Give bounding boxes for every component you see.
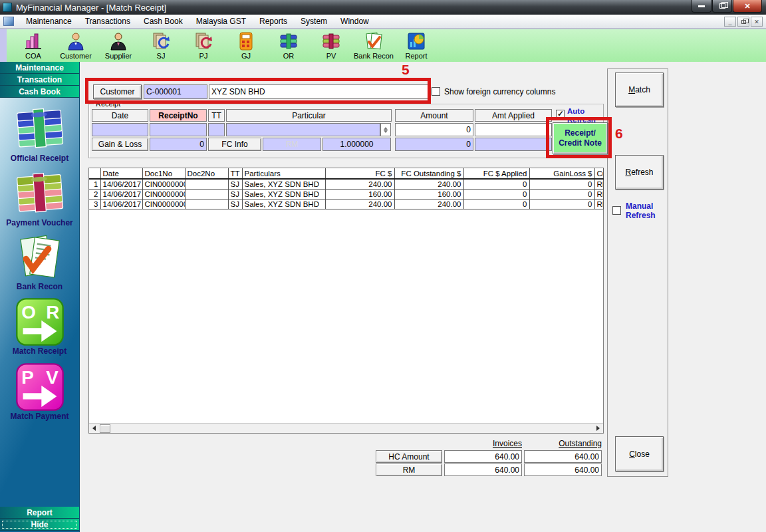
show-fc-checkbox[interactable] xyxy=(432,87,440,96)
toolbar-or-button[interactable]: OR xyxy=(267,29,310,62)
toolbar-coa-button[interactable]: COA xyxy=(12,29,55,62)
menu-cash-book[interactable]: Cash Book xyxy=(137,15,190,28)
toolbar-bank-recon-button[interactable]: Bank Recon xyxy=(352,29,395,62)
cell-gainloss: 0 xyxy=(529,190,594,200)
col-particulars[interactable]: Particulars xyxy=(242,168,325,179)
cell-fc-outstanding: 160.00 xyxy=(394,190,463,200)
fc-currency-value: RM xyxy=(263,138,321,151)
col-fc-outstanding[interactable]: FC Outstanding $ xyxy=(394,168,463,179)
scroll-left-icon[interactable] xyxy=(89,424,99,434)
close-button[interactable]: Close xyxy=(615,436,664,471)
official-receipt-icon xyxy=(279,31,299,51)
scroll-right-icon[interactable] xyxy=(593,424,603,434)
gain-loss-label: Gain & Loss xyxy=(92,138,148,151)
p-arrow-v-icon: P V xyxy=(15,362,64,412)
cell-date: 14/06/2017 xyxy=(100,179,142,190)
sidebar-section-cash-book[interactable]: Cash Book xyxy=(0,86,79,98)
sidebar-item-match-receipt[interactable]: O R Match Receipt xyxy=(0,297,79,356)
menu-malaysia-gst[interactable]: Malaysia GST xyxy=(190,15,253,28)
toolbar-sj-button[interactable]: SJ xyxy=(140,29,182,62)
receipt-tt-input[interactable] xyxy=(208,123,225,136)
col-tt[interactable]: TT xyxy=(228,168,242,179)
toolbar-label: Report xyxy=(405,52,427,60)
receipt-credit-note-button[interactable]: Receipt/ Credit Note xyxy=(553,122,608,154)
toolbar-label: SJ xyxy=(157,52,166,60)
toolbar-label: GJ xyxy=(241,52,251,60)
sidebar-item-match-payment[interactable]: P V Match Payment xyxy=(0,362,79,421)
cell-fc: 160.00 xyxy=(325,190,394,200)
hc-amount-invoices-value: 640.00 xyxy=(444,450,522,463)
sidebar-report-button[interactable]: Report xyxy=(0,507,79,519)
refresh-button[interactable]: Refresh xyxy=(615,155,664,190)
sidebar-item-label: Match Receipt xyxy=(0,346,79,356)
svg-text:O: O xyxy=(21,302,36,323)
cell-gainloss: 0 xyxy=(529,179,594,190)
sidebar: Maintenance Transaction Cash Book Offici… xyxy=(0,62,80,532)
mdi-close-button[interactable]: ✕ xyxy=(751,17,763,27)
sidebar-section-maintenance[interactable]: Maintenance xyxy=(0,62,79,74)
svg-text:R: R xyxy=(46,302,59,323)
cell-fc-outstanding: 240.00 xyxy=(394,200,463,209)
col-currency[interactable]: Cu xyxy=(594,168,603,179)
menu-bar: Maintenance Transactions Cash Book Malay… xyxy=(0,15,766,29)
minimize-button[interactable] xyxy=(692,0,711,13)
mdi-minimize-button[interactable]: _ xyxy=(724,17,736,27)
auto-refresh-checkbox[interactable] xyxy=(556,110,565,118)
restore-button[interactable] xyxy=(712,0,732,13)
customer-code-field[interactable]: C-000001 xyxy=(144,84,207,99)
toolbar-label: Customer xyxy=(60,52,92,60)
toolbar-supplier-button[interactable]: Supplier xyxy=(97,29,140,62)
sidebar-item-payment-voucher[interactable]: Payment Voucher xyxy=(0,166,79,227)
cell-gainloss: 0 xyxy=(529,200,594,209)
sidebar-hide-button[interactable]: Hide xyxy=(0,519,79,531)
col-fc[interactable]: FC $ xyxy=(325,168,394,179)
table-row[interactable]: 3 14/06/2017 CIN00000003 SJ Sales, XYZ S… xyxy=(89,200,603,209)
particular-spinner[interactable] xyxy=(380,123,391,136)
customer-name-field[interactable]: XYZ SDN BHD xyxy=(209,84,428,99)
receipt-amt-applied-input[interactable] xyxy=(475,123,552,136)
rm-label: RM xyxy=(376,464,442,476)
sidebar-item-bank-recon[interactable]: Bank Recon xyxy=(0,233,79,291)
menu-reports[interactable]: Reports xyxy=(253,15,294,28)
col-fc-applied[interactable]: FC $ Applied xyxy=(463,168,529,179)
menu-system[interactable]: System xyxy=(294,15,334,28)
toolbar-pv-button[interactable]: PV xyxy=(310,29,352,62)
col-doc1no[interactable]: Doc1No xyxy=(142,168,185,179)
report-icon xyxy=(406,31,426,51)
manual-refresh-checkbox[interactable] xyxy=(612,206,621,215)
table-row[interactable]: 2 14/06/2017 CIN00000002 SJ Sales, XYZ S… xyxy=(89,190,603,200)
cell-currency: RM xyxy=(594,200,603,209)
receipt-particular-input[interactable] xyxy=(226,123,380,136)
rm-outstanding-value: 640.00 xyxy=(524,464,602,476)
toolbar-customer-button[interactable]: Customer xyxy=(55,29,97,62)
customer-button[interactable]: Customer xyxy=(93,84,142,99)
sidebar-item-official-receipt[interactable]: Official Receipt xyxy=(0,102,79,163)
cell-fc-applied: 0 xyxy=(463,190,529,200)
cell-doc1no: CIN00000003 xyxy=(142,200,185,209)
cell-doc2no xyxy=(185,179,228,190)
scrollbar-thumb[interactable] xyxy=(100,424,110,433)
receipt-amount-input[interactable]: 0 xyxy=(395,123,473,136)
general-journal-icon xyxy=(236,31,256,51)
cell-fc-applied: 0 xyxy=(463,179,529,190)
mdi-restore-button[interactable] xyxy=(737,17,749,27)
menu-maintenance[interactable]: Maintenance xyxy=(19,15,78,28)
col-gainloss[interactable]: GainLoss $ xyxy=(529,168,594,179)
receipt-no-input[interactable] xyxy=(150,123,207,136)
menu-window[interactable]: Window xyxy=(334,15,376,28)
col-date[interactable]: Date xyxy=(100,168,142,179)
receipt-date-input[interactable] xyxy=(92,123,148,136)
toolbar-pj-button[interactable]: PJ xyxy=(182,29,225,62)
toolbar-report-button[interactable]: Report xyxy=(395,29,438,62)
annotation-number-5: 5 xyxy=(402,62,410,78)
toolbar-gj-button[interactable]: GJ xyxy=(225,29,267,62)
sidebar-section-transaction[interactable]: Transaction xyxy=(0,74,79,86)
table-row[interactable]: 1 14/06/2017 CIN00000001 SJ Sales, XYZ S… xyxy=(89,179,603,190)
col-doc2no[interactable]: Doc2No xyxy=(185,168,228,179)
col-rownum xyxy=(89,168,100,179)
menu-transactions[interactable]: Transactions xyxy=(78,15,137,28)
close-window-button[interactable]: ✕ xyxy=(733,0,762,13)
match-button[interactable]: Match xyxy=(615,72,664,107)
horizontal-scrollbar[interactable] xyxy=(89,423,603,433)
app-window: MyFinancial Manager - [Match Receipt] ✕ … xyxy=(0,0,766,532)
